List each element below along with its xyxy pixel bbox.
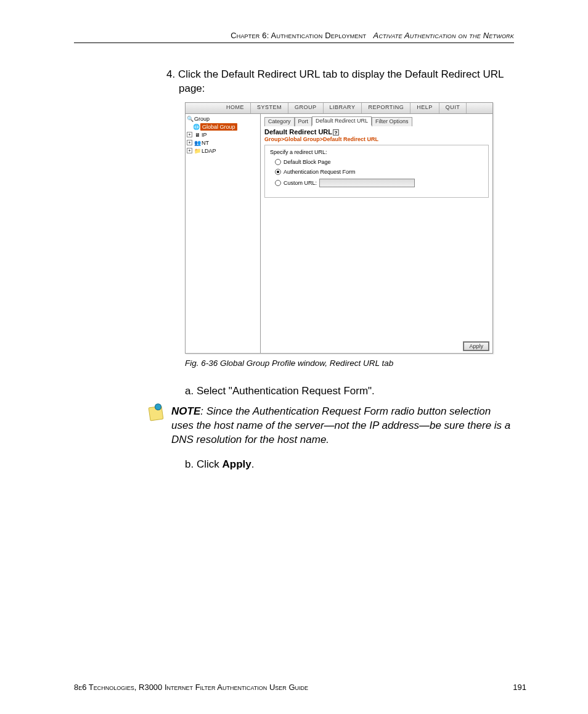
users-icon: 👥 xyxy=(194,140,200,146)
group-icon: 🔍 xyxy=(187,116,193,122)
footer-page-number: 191 xyxy=(513,683,526,692)
substep-b-suffix: . xyxy=(251,458,255,470)
radio-default-block[interactable]: Default Block Page xyxy=(275,159,483,165)
tree-global-group-label: Global Group xyxy=(200,123,237,131)
expand-icon[interactable]: + xyxy=(187,132,192,137)
tree-ldap-label: LDAP xyxy=(202,147,216,155)
step-4-text: Click the Default Redirect URL tab to di… xyxy=(178,68,504,94)
header-section: Activate Authentication on the Network xyxy=(374,31,514,40)
tree-root[interactable]: 🔍 Group xyxy=(187,115,259,123)
radio-auth-request[interactable]: Authentication Request Form xyxy=(275,169,483,175)
menu-group[interactable]: GROUP xyxy=(288,103,324,113)
folder-icon: 📁 xyxy=(194,148,200,154)
note-label: NOTE xyxy=(171,405,200,417)
footer-left: 8e6 Technologies, R3000 Internet Filter … xyxy=(74,683,308,692)
radio-icon[interactable] xyxy=(275,169,281,175)
substep-b: b. Click Apply. xyxy=(185,458,514,471)
substep-b-prefix: b. Click xyxy=(185,458,222,470)
substep-b-bold: Apply xyxy=(222,458,251,470)
figure-caption: Fig. 6-36 Global Group Profile window, R… xyxy=(185,359,514,368)
tree-global-group[interactable]: 🌐 Global Group xyxy=(187,123,259,131)
radio-icon[interactable] xyxy=(275,180,281,186)
menu-quit[interactable]: QUIT xyxy=(439,103,467,113)
custom-url-input[interactable] xyxy=(319,179,415,187)
radio-icon[interactable] xyxy=(275,159,281,165)
tree-nt-label: NT xyxy=(202,139,209,147)
computer-icon: 🖥 xyxy=(194,132,200,138)
tree-ip[interactable]: + 🖥 IP xyxy=(187,131,259,139)
radio-default-block-label: Default Block Page xyxy=(284,159,331,165)
breadcrumb: Group>Global Group>Default Redirect URL xyxy=(264,136,489,142)
panel-title-text: Default Redirect URL xyxy=(264,128,332,136)
globe-icon: 🌐 xyxy=(193,124,199,130)
note-text: NOTE: Since the Authentication Request F… xyxy=(171,405,514,447)
page-footer: 8e6 Technologies, R3000 Internet Filter … xyxy=(74,683,526,692)
apply-button[interactable]: Apply xyxy=(463,342,489,351)
note-icon xyxy=(148,405,165,422)
panel-title: Default Redirect URL? xyxy=(264,128,489,136)
main-panel: Category Port Default Redirect URL Filte… xyxy=(261,114,492,353)
tab-default-redirect-url[interactable]: Default Redirect URL xyxy=(312,116,372,126)
menu-library[interactable]: LIBRARY xyxy=(324,103,362,113)
tree-root-label: Group xyxy=(194,115,210,123)
menu-reporting[interactable]: REPORTING xyxy=(362,103,410,113)
header-chapter: Chapter 6: Authentication Deployment xyxy=(231,31,366,40)
tree-panel: 🔍 Group 🌐 Global Group + 🖥 IP + 👥 NT xyxy=(186,114,261,353)
tree-ip-label: IP xyxy=(202,131,207,139)
tree-nt[interactable]: + 👥 NT xyxy=(187,139,259,147)
radio-custom-url-label: Custom URL: xyxy=(284,180,317,186)
help-icon[interactable]: ? xyxy=(333,129,339,136)
redirect-form: Specify a redirect URL: Default Block Pa… xyxy=(264,145,489,198)
tab-category[interactable]: Category xyxy=(264,117,295,126)
app-screenshot: HOME SYSTEM GROUP LIBRARY REPORTING HELP… xyxy=(185,102,493,354)
radio-custom-url[interactable]: Custom URL: xyxy=(275,179,483,187)
note-body: : Since the Authentication Request Form … xyxy=(171,405,510,445)
menu-home[interactable]: HOME xyxy=(220,103,251,113)
page-header: Chapter 6: Authentication Deployment Act… xyxy=(74,31,514,43)
menubar: HOME SYSTEM GROUP LIBRARY REPORTING HELP… xyxy=(186,103,492,114)
tab-bar: Category Port Default Redirect URL Filte… xyxy=(264,116,489,126)
tree-ldap[interactable]: + 📁 LDAP xyxy=(187,147,259,155)
tab-filter-options[interactable]: Filter Options xyxy=(372,117,412,126)
menu-help[interactable]: HELP xyxy=(410,103,439,113)
expand-icon[interactable]: + xyxy=(187,140,192,145)
substep-a: a. Select "Authentication Request Form". xyxy=(185,385,514,397)
expand-icon[interactable]: + xyxy=(187,148,192,153)
radio-auth-request-label: Authentication Request Form xyxy=(284,169,356,175)
note-block: NOTE: Since the Authentication Request F… xyxy=(148,405,514,447)
step-4-number: 4. xyxy=(166,68,175,80)
tab-port[interactable]: Port xyxy=(295,117,312,126)
menu-system[interactable]: SYSTEM xyxy=(251,103,288,113)
form-label: Specify a redirect URL: xyxy=(270,149,483,155)
step-4: 4. Click the Default Redirect URL tab to… xyxy=(166,68,514,96)
